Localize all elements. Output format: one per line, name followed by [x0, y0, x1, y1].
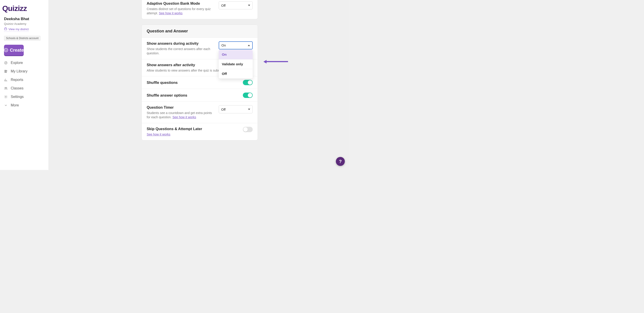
show-answers-during-select[interactable]: On — [219, 41, 253, 50]
row-adaptive-question-bank: Adaptive Question Bank Mode Creates dist… — [142, 0, 258, 19]
setting-desc: See how it works — [147, 132, 239, 136]
dropdown-option-validate-only[interactable]: Validate only — [219, 60, 253, 69]
row-skip-questions: Skip Questions & Attempt Later See how i… — [142, 123, 258, 140]
sidebar-item-my-library[interactable]: My Library — [0, 67, 48, 76]
chevron-down-icon — [4, 104, 8, 107]
caret-down-icon — [248, 5, 250, 6]
classes-icon — [4, 86, 8, 90]
svg-point-3 — [6, 87, 7, 88]
question-mark-icon: ? — [339, 159, 342, 164]
setting-title: Shuffle answer options — [147, 93, 188, 98]
setting-title: Show answers during activity — [147, 41, 215, 46]
sidebar-item-label: More — [11, 103, 19, 107]
sidebar-item-classes[interactable]: Classes — [0, 84, 48, 92]
settings-panel: improve accuracy. Adaptive Question Bank… — [49, 0, 349, 170]
timer-howitworks-link[interactable]: See how it works — [172, 115, 196, 119]
setting-desc: Students see a countdown and get extra p… — [147, 111, 215, 120]
question-timer-select[interactable]: Off — [219, 105, 253, 113]
row-show-answers-during: Show answers during activity Show studen… — [142, 38, 258, 59]
compass-icon — [4, 61, 8, 64]
brand-logo: Quizizz — [0, 3, 48, 14]
setting-desc: Creates distinct set of questions for ev… — [147, 7, 215, 16]
card-adaptive: improve accuracy. Adaptive Question Bank… — [142, 0, 258, 19]
sidebar-item-label: Reports — [11, 78, 23, 82]
sidebar: Quizizz Deeksha Bhat Quizizz Academy Vie… — [0, 0, 49, 170]
gear-icon — [4, 95, 8, 98]
svg-point-2 — [5, 87, 6, 88]
select-value: Off — [221, 4, 226, 8]
shuffle-questions-toggle[interactable] — [243, 80, 253, 85]
setting-title: Skip Questions & Attempt Later — [147, 127, 239, 131]
sidebar-item-reports[interactable]: Reports — [0, 76, 48, 84]
view-district-link[interactable]: View my district — [4, 27, 28, 32]
adaptive-howitworks-link[interactable]: See how it works — [159, 12, 182, 15]
district-link-label: View my district — [8, 28, 28, 31]
plus-circle-icon: + — [4, 48, 8, 52]
create-button[interactable]: + Create — [4, 45, 24, 56]
svg-point-4 — [5, 96, 6, 97]
setting-title: Shuffle questions — [147, 80, 178, 85]
setting-title: Question Timer — [147, 105, 215, 110]
user-block: Deeksha Bhat Quizizz Academy View my dis… — [0, 14, 48, 33]
user-school: Quizizz Academy — [4, 22, 44, 26]
caret-down-icon — [248, 109, 250, 110]
annotation-arrow — [264, 60, 288, 63]
sidebar-item-label: Settings — [11, 95, 24, 99]
sidebar-nav: Explore My Library Reports Classes Setti… — [0, 58, 48, 110]
caret-up-icon — [248, 45, 250, 46]
create-button-label: Create — [10, 48, 24, 53]
sidebar-item-label: My Library — [11, 69, 28, 73]
skip-questions-toggle[interactable] — [243, 127, 253, 132]
shuffle-answer-options-toggle[interactable] — [243, 92, 253, 98]
card-header: Question and Answer — [142, 25, 258, 38]
show-answers-during-dropdown: On Validate only Off — [219, 50, 253, 78]
row-question-timer: Question Timer Students see a countdown … — [142, 102, 258, 123]
select-value: On — [222, 43, 226, 47]
svg-rect-0 — [4, 28, 7, 30]
select-value: Off — [221, 108, 226, 111]
sidebar-item-settings[interactable]: Settings — [0, 92, 48, 101]
library-icon — [4, 70, 8, 73]
setting-desc: Show students the correct answers after … — [147, 47, 215, 56]
sidebar-item-explore[interactable]: Explore — [0, 58, 48, 67]
setting-title: Adaptive Question Bank Mode — [147, 1, 215, 6]
sidebar-item-label: Classes — [11, 86, 24, 90]
skip-howitworks-link[interactable]: See how it works — [147, 132, 170, 136]
card-question-answer: Question and Answer Show answers during … — [142, 24, 258, 140]
account-type-badge: Schools & Districts account — [4, 36, 40, 41]
help-button[interactable]: ? — [336, 157, 345, 166]
dropdown-option-off[interactable]: Off — [219, 69, 253, 78]
building-icon — [4, 27, 7, 31]
sidebar-item-more[interactable]: More — [0, 101, 48, 110]
adaptive-mode-select[interactable]: Off — [219, 1, 253, 10]
user-name: Deeksha Bhat — [4, 17, 44, 21]
chart-icon — [4, 78, 8, 82]
dropdown-option-on[interactable]: On — [219, 50, 253, 60]
row-shuffle-answer-options: Shuffle answer options — [142, 89, 258, 102]
sidebar-item-label: Explore — [11, 61, 23, 65]
